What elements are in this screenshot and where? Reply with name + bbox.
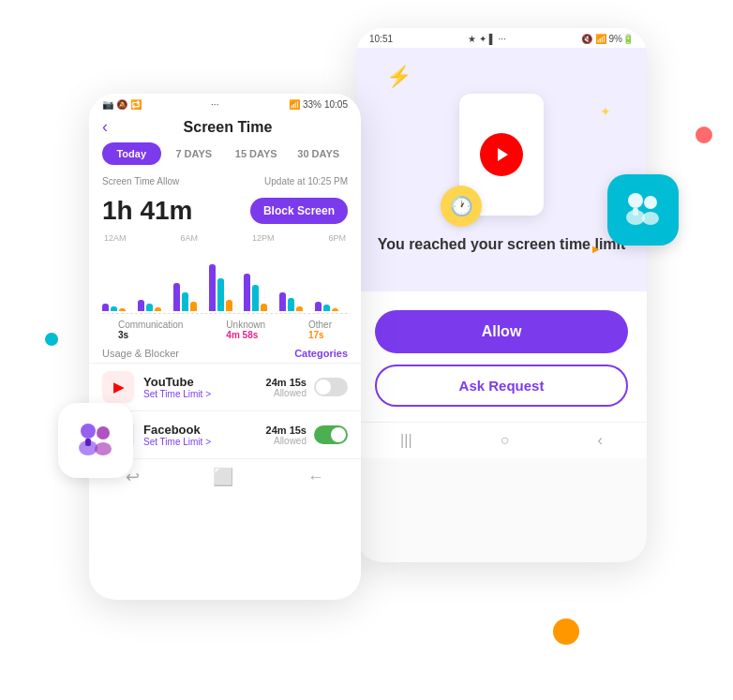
section-header: Usage & Blocker Categories [89, 344, 361, 363]
usage-comm-val: 3s [118, 330, 183, 340]
dot-coral [696, 127, 712, 143]
phone-left: 📷 🔕 🔁 ··· 📶 33% 10:05 ‹ Screen Time Toda… [89, 94, 361, 600]
lightning-left: ⚡ [386, 65, 411, 89]
bar-purple [102, 304, 109, 311]
chart-label-12pm: 12PM [252, 233, 275, 243]
status-time-right: 10:51 [369, 34, 393, 44]
sparkle-bottom: ▶ [592, 244, 600, 254]
youtube-name: YouTube [143, 375, 266, 389]
svg-point-9 [642, 212, 659, 225]
nav-lines-icon[interactable]: ||| [400, 432, 411, 449]
bottom-nav-right: ||| ○ ‹ [356, 422, 647, 458]
allow-button[interactable]: Allow [375, 310, 628, 353]
bar-purple [173, 283, 180, 311]
svg-point-3 [97, 426, 110, 439]
yt-play-button [480, 133, 523, 176]
usage-unknown-label: Unknown [226, 320, 265, 330]
svg-point-1 [81, 424, 96, 439]
bar-group [173, 283, 206, 311]
screen-time-info: Screen Time Allow Update at 10:25 PM [89, 172, 361, 190]
chart-label-6am: 6AM [180, 233, 198, 243]
hero-area: ⚡ ✦ ▶ 🕐 You reached your screen time lim… [356, 48, 647, 291]
facebook-name: Facebook [143, 423, 266, 437]
facebook-set-limit[interactable]: Set Time Limit > [143, 437, 266, 447]
nav-circle-icon[interactable]: ○ [501, 432, 510, 449]
wifi-icon: 📶 [289, 99, 300, 110]
bar-orange [261, 304, 267, 311]
bar-group [315, 302, 348, 311]
categories-link[interactable]: Categories [294, 348, 348, 359]
youtube-icon: ▶ [102, 371, 134, 403]
facebook-time-info: 24m 15s Allowed [266, 424, 307, 446]
youtube-time-info: 24m 15s Allowed [266, 377, 307, 398]
time-block: 1h 41m Block Screen [89, 190, 361, 230]
chart-labels: 12AM 6AM 12PM 6PM [102, 233, 348, 243]
bar-group [244, 274, 277, 311]
status-icons-right-right: 🔇 📶 9%🔋 [581, 34, 634, 44]
usage-unknown-val: 4m 58s [226, 330, 265, 340]
avatar-icon-left [71, 416, 120, 465]
bar-group [279, 292, 312, 311]
tab-7days[interactable]: 7 DAYS [165, 142, 224, 165]
bar-purple [138, 300, 144, 311]
facebook-allowed: Allowed [266, 436, 307, 446]
right-content: Allow Ask Request [356, 291, 647, 422]
nav-chevron-icon[interactable]: ‹ [598, 432, 603, 449]
dot-orange [553, 618, 579, 645]
youtube-allowed: Allowed [266, 388, 307, 398]
screen-info-left: Screen Time Allow [102, 176, 179, 186]
status-icons-right-left: ★ ✦ ▌ ··· [468, 34, 506, 44]
dot-cyan [45, 333, 58, 346]
usage-chart: 12AM 6AM 12PM 6PM [89, 230, 361, 314]
status-right: 📶 33% 10:05 [289, 99, 348, 110]
nav-return-icon[interactable]: ← [307, 468, 324, 487]
avatar-card-left [58, 403, 133, 478]
status-dots: ··· [211, 99, 218, 110]
facebook-details: Facebook Set Time Limit > [143, 423, 266, 447]
chart-bars-container [102, 246, 348, 314]
bar-teal [146, 304, 153, 311]
bar-teal [288, 298, 294, 311]
bar-teal [252, 285, 259, 311]
block-screen-button[interactable]: Block Screen [250, 198, 348, 224]
battery-pct: 33% [303, 99, 322, 110]
usage-comm-label: Communication [118, 320, 183, 330]
usage-other-label: Other [308, 320, 332, 330]
usage-other-val: 17s [308, 330, 332, 340]
tab-15days[interactable]: 15 DAYS [227, 142, 286, 165]
hero-message: You reached your screen time limit [378, 236, 626, 253]
svg-point-4 [95, 442, 112, 455]
facebook-time: 24m 15s [266, 424, 307, 436]
status-bar-right: 10:51 ★ ✦ ▌ ··· 🔇 📶 9%🔋 [356, 28, 647, 48]
youtube-time: 24m 15s [266, 377, 307, 388]
chart-label-12am: 12AM [104, 233, 127, 243]
youtube-details: YouTube Set Time Limit > [143, 375, 266, 399]
bar-purple [209, 264, 216, 311]
bar-orange [332, 308, 338, 311]
svg-rect-5 [85, 439, 91, 446]
chart-label-6pm: 6PM [328, 233, 346, 243]
facebook-toggle[interactable] [314, 425, 348, 444]
tab-today[interactable]: Today [102, 142, 161, 165]
time-right: 10:05 [324, 99, 348, 110]
nav-home-icon[interactable]: ⬜ [213, 467, 233, 487]
tab-30days[interactable]: 30 DAYS [290, 142, 349, 165]
app-item-youtube: ▶ YouTube Set Time Limit > 24m 15s Allow… [89, 363, 361, 410]
bar-orange [119, 308, 126, 311]
time-tabs: Today 7 DAYS 15 DAYS 30 DAYS [89, 142, 361, 172]
clock-decoration: 🕐 [441, 186, 482, 227]
youtube-phone-mock: 🕐 [459, 94, 544, 216]
screen-info-right: Update at 10:25 PM [264, 176, 348, 186]
youtube-toggle[interactable] [314, 378, 348, 396]
avatar-card-right [607, 174, 679, 246]
bar-orange [226, 300, 232, 311]
bar-teal [182, 292, 188, 311]
usage-other: Other 17s [308, 320, 332, 340]
youtube-set-limit[interactable]: Set Time Limit > [143, 389, 266, 399]
usage-unknown: Unknown 4m 58s [226, 320, 265, 340]
status-icons-left: 📷 🔕 🔁 [102, 99, 142, 110]
usage-summary: Communication 3s Unknown 4m 58s Other 17… [89, 314, 361, 344]
bar-teal [323, 305, 330, 311]
ask-request-button[interactable]: Ask Request [375, 365, 628, 407]
page-title: Screen Time [108, 119, 348, 136]
